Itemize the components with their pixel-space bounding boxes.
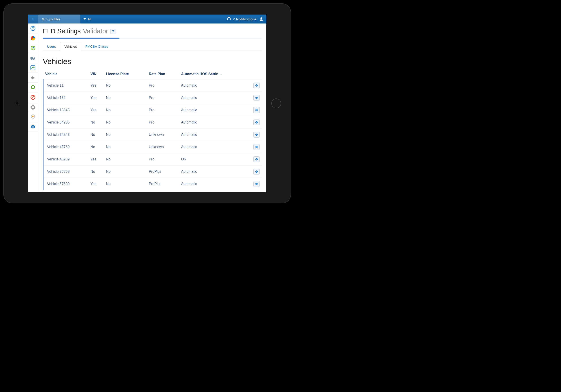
expand-sidebar-button[interactable]	[28, 15, 38, 23]
user-icon[interactable]	[259, 17, 264, 21]
cell-info	[251, 79, 261, 92]
info-icon	[255, 146, 258, 148]
cell-license: No	[104, 165, 147, 178]
table-row[interactable]: Vehicle 15345YesNoProAutomatic	[43, 104, 262, 116]
info-icon	[255, 158, 258, 161]
topbar: Groups filter All 0 Notifications	[28, 15, 266, 23]
row-info-button[interactable]	[253, 95, 260, 101]
cell-rate: Pro	[147, 104, 179, 116]
cell-hos: Automatic	[179, 104, 251, 116]
col-vehicle[interactable]: Vehicle	[43, 70, 89, 79]
cell-license: No	[104, 116, 147, 129]
cell-vehicle: Vehicle 34235	[43, 116, 89, 129]
sidebar-item-marketplace[interactable]	[28, 112, 38, 122]
group-dropdown-button[interactable]: All	[80, 15, 95, 23]
progress-bar	[43, 38, 261, 39]
cell-vin: Yes	[89, 178, 104, 190]
cell-vin: Yes	[89, 104, 104, 116]
sidebar-item-vehicles[interactable]	[28, 53, 38, 63]
prohibit-icon	[30, 94, 36, 100]
cell-license: No	[104, 129, 147, 141]
row-info-button[interactable]	[253, 156, 260, 162]
sidebar-item-rules[interactable]	[28, 93, 38, 102]
row-info-button[interactable]	[253, 107, 260, 113]
cell-hos: Automatic	[179, 141, 251, 153]
cell-info	[251, 92, 261, 104]
row-info-button[interactable]	[253, 144, 260, 150]
cell-vehicle: Vehicle 34543	[43, 129, 89, 141]
svg-rect-19	[257, 122, 257, 123]
row-info-button[interactable]	[253, 181, 260, 187]
table-row[interactable]: Vehicle 34543NoNoUnknownAutomatic	[43, 129, 262, 141]
sidebar-item-dashboard[interactable]	[28, 33, 38, 43]
info-icon	[255, 96, 258, 99]
col-rate-plan[interactable]: Rate Plan	[147, 70, 179, 79]
camera-icon	[16, 102, 19, 105]
cell-vehicle: Vehicle 45769	[43, 141, 89, 153]
svg-rect-32	[257, 171, 257, 171]
cell-vin: No	[89, 116, 104, 129]
marker-pin-icon	[30, 114, 36, 120]
svg-rect-35	[257, 183, 257, 184]
progress-fill	[43, 38, 119, 39]
cell-info	[251, 153, 261, 165]
row-info-button[interactable]	[253, 83, 260, 88]
cell-info	[251, 165, 261, 178]
svg-text:?: ?	[32, 27, 34, 30]
sidebar-item-activity[interactable]	[28, 63, 38, 73]
sidebar-item-settings[interactable]	[28, 102, 38, 112]
svg-rect-34	[257, 184, 257, 185]
home-button[interactable]	[271, 98, 281, 108]
vehicles-table: Vehicle VIN License Plate Rate Plan Auto…	[43, 70, 261, 190]
truck-icon	[30, 55, 36, 61]
col-automatic-hos[interactable]: Automatic HOS Settin…	[179, 70, 251, 79]
row-info-button[interactable]	[253, 169, 260, 175]
sidebar-item-support[interactable]: G	[28, 122, 38, 132]
chevron-right-icon	[31, 17, 35, 21]
table-row[interactable]: Vehicle 57899YesNoProPlusAutomatic	[43, 178, 262, 190]
headset-icon[interactable]	[227, 17, 231, 21]
sidebar-item-map[interactable]	[28, 43, 38, 53]
table-row[interactable]: Vehicle 56898NoNoProPlusAutomatic	[43, 165, 262, 178]
row-info-button[interactable]	[253, 120, 260, 125]
notifications-label[interactable]: 0 Notifications	[233, 17, 257, 21]
col-license-plate[interactable]: License Plate	[104, 70, 147, 79]
gear-icon	[30, 104, 36, 110]
sidebar: ?	[28, 23, 38, 192]
tab-fmcsa-offices[interactable]: FMCSA Offices	[81, 42, 112, 51]
group-dropdown-label: All	[88, 17, 91, 21]
page-help-button[interactable]: ?	[110, 29, 116, 34]
tabs: Users Vehicles FMCSA Offices	[43, 42, 261, 51]
tab-users[interactable]: Users	[43, 42, 60, 51]
cell-info	[251, 178, 261, 190]
tab-vehicles[interactable]: Vehicles	[60, 42, 81, 51]
cell-rate: ProPlus	[147, 178, 179, 190]
cell-rate: Pro	[147, 116, 179, 129]
svg-rect-23	[257, 134, 257, 134]
cell-rate: Unknown	[147, 141, 179, 153]
svg-rect-11	[257, 85, 257, 85]
sidebar-item-engine[interactable]	[28, 73, 38, 83]
sidebar-item-help[interactable]: ?	[28, 23, 38, 33]
cell-license: No	[104, 79, 147, 92]
col-vin[interactable]: VIN	[89, 70, 104, 79]
info-icon	[255, 133, 258, 136]
cell-vin: No	[89, 141, 104, 153]
cell-vehicle: Vehicle 15345	[43, 104, 89, 116]
table-row[interactable]: Vehicle 132YesNoProAutomatic	[43, 92, 262, 104]
cell-vehicle: Vehicle 11	[43, 79, 89, 92]
table-row[interactable]: Vehicle 11YesNoProAutomatic	[43, 79, 262, 92]
svg-text:G: G	[32, 126, 34, 128]
cell-vehicle: Vehicle 132	[43, 92, 89, 104]
cell-vin: Yes	[89, 153, 104, 165]
table-row[interactable]: Vehicle 46989YesNoProON	[43, 153, 262, 165]
sidebar-item-zones[interactable]	[28, 83, 38, 93]
cell-hos: ON	[179, 153, 251, 165]
cell-vin: Yes	[89, 92, 104, 104]
groups-filter-button[interactable]: Groups filter	[38, 15, 80, 23]
section: Vehicles Vehicle VIN License Plate Rate …	[38, 51, 266, 192]
table-row[interactable]: Vehicle 34235NoNoProAutomatic	[43, 116, 262, 129]
help-circle-icon: ?	[30, 25, 36, 31]
row-info-button[interactable]	[253, 132, 260, 138]
table-row[interactable]: Vehicle 45769NoNoUnknownAutomatic	[43, 141, 262, 153]
